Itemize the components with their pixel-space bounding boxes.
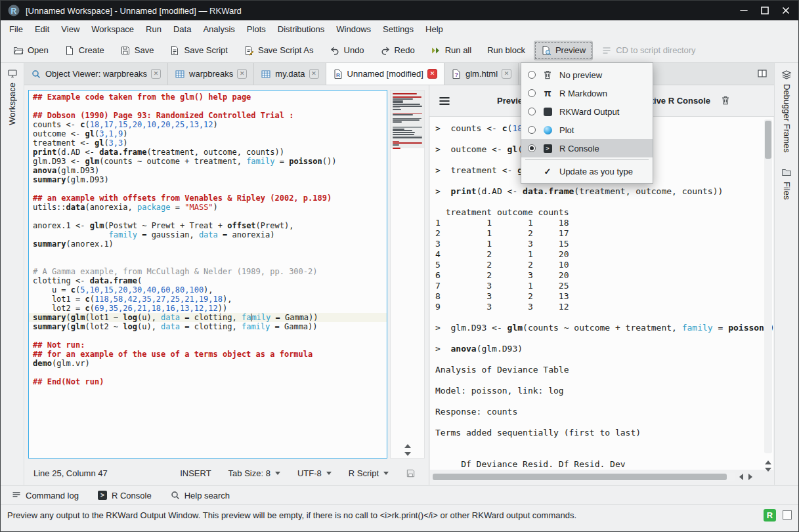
- insert-mode-button[interactable]: INSERT: [180, 468, 211, 478]
- console-line: [435, 354, 773, 365]
- scroll-down-icon[interactable]: [404, 452, 411, 456]
- toolbar-button-label: Preview: [555, 45, 586, 55]
- menu-item-label: R Markdown: [559, 89, 607, 98]
- console-line: 6 2 3 20: [435, 270, 773, 281]
- console-line: > print(d.AD <- data.frame(treatment, ou…: [435, 186, 773, 197]
- close-button[interactable]: [780, 5, 792, 16]
- menu-analysis[interactable]: Analysis: [197, 22, 240, 37]
- r-console-dock-button[interactable]: >R Console: [93, 488, 156, 502]
- scroll-up-icon[interactable]: [765, 460, 771, 464]
- save-script-as-icon: [244, 45, 254, 56]
- tab-size-select[interactable]: Tab Size: 8: [228, 468, 280, 478]
- tab-close-icon[interactable]: ✕: [427, 69, 437, 79]
- radio-indicator: [528, 89, 536, 97]
- r-engine-status-badge[interactable]: R: [764, 509, 776, 522]
- tab-warpbreaks[interactable]: warpbreaks✕: [168, 63, 254, 85]
- code-editor[interactable]: ## Example code taken from the glm() hel…: [28, 90, 387, 459]
- redo-button[interactable]: Redo: [373, 41, 422, 60]
- scroll-up-icon[interactable]: [404, 444, 411, 448]
- data-table-icon: [261, 69, 271, 79]
- console-vertical-scrollbar[interactable]: [764, 119, 772, 453]
- scrollbar-thumb[interactable]: [765, 121, 771, 159]
- scroll-right-icon[interactable]: [748, 474, 752, 480]
- save-script-button[interactable]: Save Script: [162, 41, 234, 60]
- close-preview-trash-icon[interactable]: [720, 95, 731, 106]
- undo-button[interactable]: Undo: [322, 41, 372, 60]
- run-all-button[interactable]: Run all: [423, 41, 479, 60]
- menu-file[interactable]: File: [3, 22, 29, 37]
- preview-menu-item-no-preview[interactable]: No preview: [521, 66, 653, 84]
- scrollbar-thumb[interactable]: [433, 474, 727, 480]
- menu-edit[interactable]: Edit: [29, 22, 55, 37]
- save-status-icon[interactable]: [406, 468, 416, 478]
- scroll-down-icon[interactable]: [765, 468, 771, 472]
- toolbar-button-label: Save Script: [184, 45, 227, 55]
- tab-close-icon[interactable]: ✕: [237, 69, 247, 79]
- run-block-button[interactable]: Run block: [480, 41, 532, 60]
- menu-data[interactable]: Data: [167, 22, 197, 37]
- code-line: anorex.1 <- glm(Postwt ~ Prewt + Treat +…: [29, 221, 387, 230]
- dock-button-label: R Console: [112, 491, 152, 501]
- minimap-viewport[interactable]: [391, 91, 424, 148]
- code-line: [29, 331, 387, 340]
- editor-scrollbar-minimap[interactable]: [390, 90, 425, 459]
- preview-menu-item-rkward-output[interactable]: RKWard Output: [521, 102, 653, 121]
- toolview-files[interactable]: Files: [781, 167, 792, 199]
- menu-distributions[interactable]: Distributions: [272, 22, 331, 37]
- preview-menu-item-plot[interactable]: Plot: [521, 121, 653, 139]
- save-script-as-button[interactable]: Save Script As: [236, 41, 321, 60]
- split-view-icon[interactable]: [757, 68, 767, 79]
- tab-glm-html[interactable]: ?glm.html✕: [444, 63, 519, 85]
- code-line: summary(glm.D93): [29, 175, 387, 184]
- code-line: outcome <- gl(3,1,9): [29, 129, 387, 138]
- code-area: ## Example code taken from the glm() hel…: [29, 92, 387, 386]
- tab-close-icon[interactable]: ✕: [309, 69, 319, 79]
- preview-menu-item-update-as-you-type[interactable]: ✓Update as you type: [521, 162, 653, 180]
- preview-menu-item-r-console[interactable]: >R Console: [521, 139, 653, 157]
- save-script-icon: [169, 45, 180, 56]
- menu-item-label: No preview: [559, 70, 602, 80]
- radio-indicator: [528, 108, 536, 115]
- code-line: [29, 212, 387, 221]
- cd-to-script-directory-button[interactable]: CD to script directory: [594, 41, 702, 60]
- tab-object-viewer-warpbreaks[interactable]: Object Viewer: warpbreaks✕: [24, 63, 168, 85]
- menu-plots[interactable]: Plots: [241, 22, 272, 37]
- console-line: [435, 396, 773, 407]
- code-line: [29, 249, 387, 258]
- script-editor-pane: ## Example code taken from the glm() hel…: [24, 85, 429, 485]
- menu-settings[interactable]: Settings: [377, 22, 420, 37]
- menu-view[interactable]: View: [55, 22, 85, 37]
- console-line: 7 3 1 25: [435, 281, 773, 291]
- minimize-button[interactable]: [738, 5, 750, 16]
- console-horizontal-scrollbar[interactable]: [432, 473, 735, 481]
- menu-help[interactable]: Help: [420, 22, 449, 37]
- svg-text:?: ?: [454, 72, 458, 78]
- scroll-left-icon[interactable]: [739, 474, 743, 480]
- preview-button[interactable]: Preview: [534, 41, 593, 60]
- toolview-workspace[interactable]: Workspace: [7, 68, 18, 125]
- tab-close-icon[interactable]: ✕: [502, 69, 511, 79]
- tab-close-icon[interactable]: ✕: [151, 69, 161, 79]
- menu-run[interactable]: Run: [140, 22, 167, 37]
- menu-workspace[interactable]: Workspace: [85, 22, 140, 37]
- toolbar-button-label: CD to script directory: [616, 45, 695, 55]
- help-search-dock-button[interactable]: Help search: [166, 488, 234, 502]
- maximize-button[interactable]: [759, 5, 771, 16]
- tab-my-data[interactable]: my.data✕: [254, 63, 326, 85]
- menu-windows[interactable]: Windows: [330, 22, 377, 37]
- preview-dropdown-menu: No previewπR MarkdownRKWard OutputPlot>R…: [521, 62, 653, 184]
- redo-icon: [380, 45, 391, 56]
- command-log-dock-button[interactable]: Command log: [7, 488, 83, 502]
- hamburger-menu-icon[interactable]: [437, 94, 452, 108]
- toolview-debugger-frames[interactable]: Debugger Frames: [781, 70, 792, 153]
- engine-activity-icon[interactable]: [783, 510, 792, 520]
- encoding-select[interactable]: UTF-8: [297, 468, 332, 478]
- create-button[interactable]: Create: [57, 41, 112, 60]
- code-line: utils::data(anorexia, package = "MASS"): [29, 203, 387, 212]
- tab-unnamed-modified[interactable]: RUnnamed [modified]✕: [326, 63, 444, 85]
- save-button[interactable]: Save: [113, 41, 162, 60]
- open-button[interactable]: Open: [6, 41, 56, 60]
- preview-menu-item-r-markdown[interactable]: πR Markdown: [521, 84, 653, 102]
- syntax-select[interactable]: R Script: [349, 468, 389, 478]
- code-line: # A Gamma example, from McCullagh & Neld…: [29, 267, 387, 276]
